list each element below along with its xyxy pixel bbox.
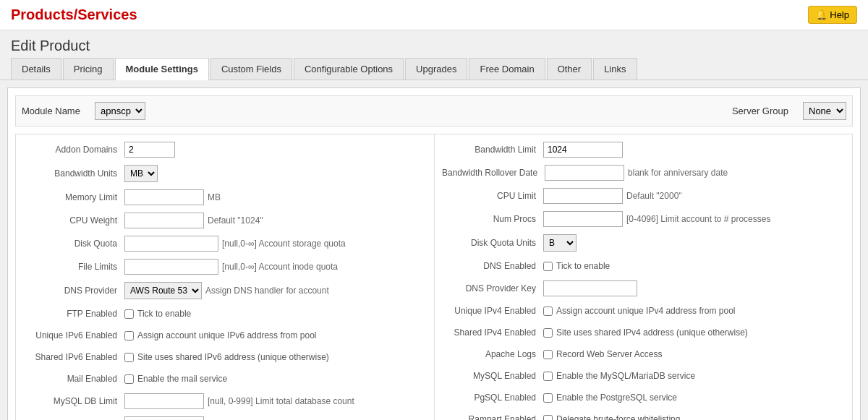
field-row: FTP EnabledTick to enable: [23, 303, 427, 325]
tab-other[interactable]: Other: [547, 58, 592, 80]
field-row: Shared IPv4 EnabledSite uses shared IPv4…: [442, 322, 845, 343]
field-checkbox-shared-ipv4-enabled[interactable]: [543, 328, 553, 338]
field-select-disk-quota-units[interactable]: BKBMBGB: [543, 234, 576, 252]
field-hint: Tick to enable: [137, 309, 191, 319]
field-row: Bandwidth Limit: [442, 138, 845, 161]
field-select-dns-provider[interactable]: AWS Route 53None: [124, 282, 202, 299]
field-checkbox-unique-ipv4-enabled[interactable]: [543, 307, 553, 316]
tab-details[interactable]: Details: [11, 58, 61, 80]
server-group-label: Server Group: [732, 106, 788, 116]
field-row: Bandwidth Rollover Dateblank for anniver…: [442, 161, 845, 184]
field-label: Bandwidth Rollover Date: [442, 168, 545, 178]
field-label: FTP Enabled: [23, 309, 124, 319]
field-label: Mail Enabled: [23, 374, 124, 384]
field-label: DNS Provider: [23, 286, 124, 296]
field-label: Apache Logs: [442, 349, 543, 359]
field-input-mysql-db-limit[interactable]: [124, 393, 204, 409]
field-row: Memory LimitMB: [23, 186, 427, 209]
field-checkbox-dns-enabled[interactable]: [543, 262, 553, 271]
field-label: Disk Quota Units: [442, 238, 543, 248]
field-row: Num Procs[0-4096] Limit account to # pro…: [442, 207, 845, 231]
tab-pricing[interactable]: Pricing: [63, 58, 114, 80]
field-checkbox-unique-ipv6-enabled[interactable]: [124, 331, 134, 340]
field-hint: [null, 0-999] Limit total database count: [208, 396, 354, 406]
server-group-select[interactable]: None: [803, 102, 846, 120]
field-hint: MB: [208, 192, 221, 202]
field-hint: Tick to enable: [556, 261, 610, 271]
help-button[interactable]: 🔔 Help: [808, 6, 857, 24]
field-row: File Limits[null,0-∞] Account inode quot…: [23, 255, 427, 278]
right-column: Bandwidth LimitBandwidth Rollover Datebl…: [434, 134, 852, 420]
field-row: Disk Quota[null,0-∞] Account storage quo…: [23, 232, 427, 255]
field-hint: Assign account unique IPv6 address from …: [137, 330, 316, 340]
field-hint: [0-4096] Limit account to # processes: [626, 214, 770, 224]
field-label: Memory Limit: [23, 192, 124, 202]
field-hint: Site uses shared IPv4 address (unique ot…: [556, 327, 748, 338]
field-hint: Assign account unique IPv4 address from …: [556, 306, 735, 316]
field-row: Mail EnabledEnable the mail service: [23, 368, 427, 390]
field-input-bandwidth-limit[interactable]: [543, 142, 623, 158]
field-input-memory-limit[interactable]: [124, 189, 204, 205]
tab-free-domain[interactable]: Free Domain: [469, 58, 545, 80]
field-row: Unique IPv4 EnabledAssign account unique…: [442, 300, 845, 322]
field-input-addon-domains[interactable]: [124, 142, 175, 158]
field-label: Bandwidth Limit: [442, 145, 543, 155]
field-checkbox-rampart-enabled[interactable]: [543, 415, 553, 421]
field-input-pgsql-db-limit[interactable]: [124, 416, 204, 420]
field-hint: Enable the PostgreSQL service: [556, 393, 677, 403]
field-row: Apache LogsRecord Web Server Access: [442, 343, 845, 365]
field-input-cpu-weight[interactable]: [124, 213, 204, 228]
app-title: Products/Services: [11, 7, 137, 23]
field-hint: Enable the MySQL/MariaDB service: [556, 371, 695, 381]
field-checkbox-ftp-enabled[interactable]: [124, 309, 134, 319]
field-row: Addon Domains: [23, 138, 427, 161]
tab-custom-fields[interactable]: Custom Fields: [210, 58, 292, 80]
field-hint: Default "1024": [208, 215, 263, 226]
field-hint: Delegate brute-force whitelisting: [556, 414, 680, 420]
field-checkbox-apache-logs[interactable]: [543, 350, 553, 359]
page-title: Edit Product: [0, 30, 868, 58]
field-label: CPU Weight: [23, 215, 124, 226]
field-checkbox-mail-enabled[interactable]: [124, 374, 134, 384]
main-content: Module Name apnscp Server Group None Add…: [7, 87, 861, 420]
field-input-file-limits[interactable]: [124, 259, 218, 275]
field-checkbox-mysql-enabled[interactable]: [543, 372, 553, 381]
left-column: Addon DomainsBandwidth UnitsMBGBTBMemory…: [16, 134, 434, 420]
field-hint: [null,0-∞] Account inode quota: [222, 262, 338, 272]
tab-links[interactable]: Links: [593, 58, 637, 80]
field-label: Shared IPv4 Enabled: [442, 327, 543, 338]
field-label: MySQL DB Limit: [23, 396, 124, 406]
field-hint: blank for anniversary date: [628, 168, 728, 178]
field-input-dns-provider-key[interactable]: [543, 280, 637, 296]
field-row: MySQL EnabledEnable the MySQL/MariaDB se…: [442, 365, 845, 387]
field-select-bandwidth-units[interactable]: MBGBTB: [124, 165, 158, 182]
field-label: Shared IPv6 Enabled: [23, 352, 124, 362]
field-checkbox-shared-ipv6-enabled[interactable]: [124, 353, 134, 362]
tab-configurable-options[interactable]: Configurable Options: [294, 58, 404, 80]
field-input-cpu-limit[interactable]: [543, 188, 623, 204]
module-name-label: Module Name: [22, 106, 80, 116]
field-row: CPU WeightDefault "1024": [23, 209, 427, 232]
field-hint: Assign DNS handler for account: [205, 286, 329, 296]
field-label: Addon Domains: [23, 145, 124, 155]
field-row: Bandwidth UnitsMBGBTB: [23, 161, 427, 186]
field-hint: Enable the mail service: [137, 374, 227, 384]
field-input-disk-quota[interactable]: [124, 236, 218, 252]
tabs-container: DetailsPricingModule SettingsCustom Fiel…: [0, 58, 868, 80]
module-row: Module Name apnscp Server Group None: [15, 95, 853, 127]
field-hint: Record Web Server Access: [556, 349, 663, 359]
field-label: MySQL Enabled: [442, 371, 543, 381]
field-input-bandwidth-rollover-date[interactable]: [545, 165, 624, 181]
field-input-num-procs[interactable]: [543, 211, 623, 227]
header: Products/Services 🔔 Help: [0, 0, 868, 30]
tab-upgrades[interactable]: Upgrades: [405, 58, 467, 80]
field-row: Rampart EnabledDelegate brute-force whit…: [442, 408, 845, 420]
field-checkbox-pgsql-enabled[interactable]: [543, 393, 553, 403]
field-row: PgSQL DB Limit[null, 0-999] Limit total …: [23, 413, 427, 420]
field-row: Shared IPv6 EnabledSite uses shared IPv6…: [23, 346, 427, 368]
field-hint: [null,0-∞] Account storage quota: [222, 239, 346, 249]
tab-module-settings[interactable]: Module Settings: [115, 58, 209, 80]
field-hint: Site uses shared IPv6 address (unique ot…: [137, 352, 329, 362]
fields-container: Addon DomainsBandwidth UnitsMBGBTBMemory…: [15, 134, 853, 420]
module-name-select[interactable]: apnscp: [95, 102, 145, 120]
